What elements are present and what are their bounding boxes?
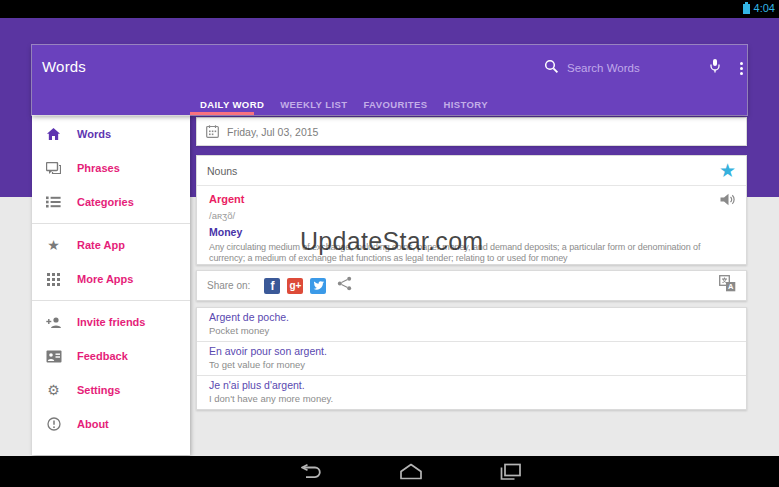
- app-header: Words Search Words DAILY WORD WEEKLY LIS…: [32, 45, 747, 115]
- sidebar-item-label: Rate App: [77, 239, 125, 251]
- sidebar-item-label: Phrases: [77, 162, 120, 174]
- watermark: UpdateStar.com: [300, 227, 483, 256]
- sidebar-divider: [32, 300, 190, 301]
- phrase-english: To get value for money: [209, 359, 734, 371]
- search-placeholder: Search Words: [567, 62, 702, 74]
- feedback-icon: [45, 350, 62, 363]
- word-pronunciation: /aʀʒõ/: [209, 210, 734, 221]
- gear-icon: ⚙: [45, 382, 62, 398]
- word-category: Nouns: [207, 165, 237, 177]
- sidebar-item-rate-app[interactable]: ★ Rate App: [32, 228, 190, 262]
- active-tab-indicator: [190, 112, 254, 115]
- facebook-icon[interactable]: f: [264, 278, 280, 294]
- sidebar-item-label: Invite friends: [77, 316, 145, 328]
- search-input[interactable]: Search Words: [544, 58, 747, 78]
- tab-favourites[interactable]: FAVOURITES: [355, 99, 435, 110]
- sidebar-item-phrases[interactable]: Phrases: [32, 151, 190, 185]
- grid-icon: [45, 273, 62, 286]
- categories-list-icon: [45, 196, 62, 208]
- sidebar-item-label: About: [77, 418, 109, 430]
- person-add-icon: [45, 316, 62, 329]
- sidebar-item-label: Categories: [77, 196, 134, 208]
- status-bar: 4:04: [0, 0, 779, 18]
- sidebar-item-label: More Apps: [77, 273, 133, 285]
- share-icon[interactable]: [337, 276, 352, 295]
- navigation-bar: [0, 456, 779, 487]
- sidebar-item-label: Words: [77, 128, 111, 140]
- translate-icon[interactable]: A: [719, 275, 736, 296]
- sidebar-item-about[interactable]: About: [32, 407, 190, 441]
- word-headword: Argent: [209, 193, 734, 205]
- sidebar-item-settings[interactable]: ⚙ Settings: [32, 373, 190, 407]
- sidebar-item-label: Feedback: [77, 350, 128, 362]
- svg-text:A: A: [728, 282, 734, 291]
- tab-weekly-list[interactable]: WEEKLY LIST: [272, 99, 355, 110]
- current-date: Friday, Jul 03, 2015: [227, 126, 318, 138]
- phrase-row[interactable]: En avoir pour son argent. To get value f…: [197, 341, 746, 375]
- phrase-french: Argent de poche.: [209, 311, 734, 324]
- calendar-icon: [206, 125, 219, 138]
- search-icon[interactable]: [544, 59, 559, 78]
- sidebar-item-feedback[interactable]: Feedback: [32, 339, 190, 373]
- page-title: Words: [42, 58, 86, 75]
- phrase-french: Je n'ai plus d'argent.: [209, 379, 734, 392]
- phrase-french: En avoir pour son argent.: [209, 345, 734, 358]
- twitter-icon[interactable]: [310, 278, 326, 294]
- speaker-icon[interactable]: [720, 192, 736, 210]
- googleplus-icon[interactable]: g+: [287, 278, 303, 294]
- tab-bar: DAILY WORD WEEKLY LIST FAVOURITES HISTOR…: [192, 99, 496, 110]
- mic-icon[interactable]: [708, 58, 722, 78]
- tab-history[interactable]: HISTORY: [435, 99, 496, 110]
- share-label: Share on:: [207, 280, 250, 291]
- phrase-row[interactable]: Je n'ai plus d'argent. I don't have any …: [197, 375, 746, 409]
- star-icon: ★: [45, 237, 62, 253]
- home-icon: [45, 127, 62, 141]
- home-nav-icon[interactable]: [398, 463, 424, 480]
- sidebar-item-invite-friends[interactable]: Invite friends: [32, 305, 190, 339]
- phrase-row[interactable]: Argent de poche. Pocket money: [197, 308, 746, 341]
- info-icon: [45, 417, 62, 431]
- tab-daily-word[interactable]: DAILY WORD: [192, 99, 272, 110]
- back-icon[interactable]: [296, 464, 324, 480]
- recents-icon[interactable]: [498, 463, 522, 480]
- date-bar[interactable]: Friday, Jul 03, 2015: [196, 117, 747, 146]
- phrases-card: Argent de poche. Pocket money En avoir p…: [196, 307, 747, 410]
- share-bar: Share on: f g+ A: [196, 270, 747, 301]
- battery-icon: [743, 4, 750, 14]
- sidebar-item-label: Settings: [77, 384, 120, 396]
- word-category-row: Nouns ★: [197, 156, 746, 186]
- phrase-english: I don't have any more money.: [209, 393, 734, 405]
- sidebar-item-more-apps[interactable]: More Apps: [32, 262, 190, 296]
- status-clock: 4:04: [754, 2, 775, 14]
- phrase-english: Pocket money: [209, 325, 734, 337]
- favourite-star-icon[interactable]: ★: [719, 161, 736, 180]
- sidebar-item-words[interactable]: Words: [32, 117, 190, 151]
- chat-icon: [45, 162, 62, 175]
- overflow-menu-icon[interactable]: [736, 61, 747, 76]
- sidebar-divider: [32, 223, 190, 224]
- sidebar: Words Phrases Categories ★ Rate App More…: [32, 115, 190, 455]
- sidebar-item-categories[interactable]: Categories: [32, 185, 190, 219]
